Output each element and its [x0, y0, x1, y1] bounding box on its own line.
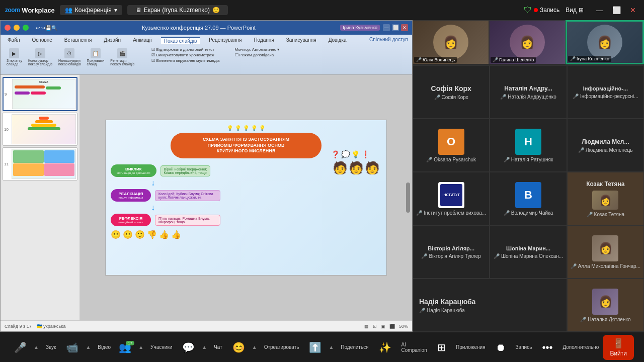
view-normal[interactable]: ▦: [364, 324, 369, 329]
slide-thumb-10[interactable]: 10: [3, 113, 77, 146]
more-button[interactable]: •••: [538, 340, 556, 355]
exit-icon: 🚪: [613, 338, 624, 349]
institute-logo-inner: ІНСТИТУТ: [440, 184, 462, 206]
ppt-minimize-dot[interactable]: [14, 25, 20, 31]
ppt-win-max[interactable]: ⬜: [392, 24, 399, 31]
slide-title-box: СХЕМА ЗАНЯТТЯ ІЗ ЗАСТОСУВАННЯМ ПРИЙОМІВ …: [171, 133, 321, 158]
btn-custom[interactable]: 📋 Приховатислайд: [85, 47, 107, 67]
slide-thumb-11[interactable]: 11: [3, 147, 77, 180]
maximize-button[interactable]: ⬜: [609, 5, 624, 15]
tab-record[interactable]: Записування: [283, 37, 319, 44]
btn-from-current[interactable]: ▷ Конструкторпоказу слайдів: [26, 47, 54, 67]
natalia-r-mic: 🎤: [504, 157, 510, 162]
exit-button[interactable]: 🚪 Вийти: [603, 335, 634, 360]
btn-hide[interactable]: 🎬 Репетиціяпоказу слайдів: [108, 47, 136, 67]
realizacia-sub: пошук інформації: [117, 196, 145, 199]
tab-animate[interactable]: Анімації: [130, 37, 155, 44]
flow-refleksia: РЕФЛЕКСІЯ емоційний аспект П'ять пальців…: [111, 214, 220, 226]
share-chevron[interactable]: ▲: [328, 343, 335, 351]
mini-shape-1: [15, 85, 45, 88]
info-name-small: 🎤 Інформаційно-ресурсні...: [573, 94, 638, 99]
audio-button[interactable]: 🎤: [10, 340, 31, 355]
apps-button[interactable]: ⊞: [433, 340, 450, 355]
ai-button[interactable]: ✨: [375, 340, 395, 355]
status-right: ▦ ⊡ ▣ ⬛ 50%: [364, 324, 408, 329]
flow-realizacia: РЕАЛІЗАЦІЯ пошук інформації Коло ідей; К…: [111, 189, 220, 202]
tab-help[interactable]: Довідка: [326, 37, 350, 44]
view-reading[interactable]: ▣: [381, 324, 385, 329]
slide-num-10: 10: [4, 127, 10, 132]
kozak-photo: 👩: [592, 191, 618, 210]
slide-title-line2: ПРИЙОМІВ ФОРМУВАННЯ ОСНОВ: [207, 143, 284, 148]
mini-shape-2: [46, 86, 61, 89]
slide-thumb-9[interactable]: 9 СХЕМА: [3, 77, 77, 111]
tab-file[interactable]: Файл: [5, 37, 23, 44]
audio-label-text: Звук: [46, 344, 56, 350]
ppt-win-close[interactable]: ✕: [401, 24, 408, 31]
react-chevron[interactable]: ▲: [251, 343, 258, 351]
arrow-2: ↓: [111, 203, 155, 212]
audio-chevron[interactable]: ▲: [33, 343, 40, 351]
chat-chevron[interactable]: ▲: [201, 343, 208, 351]
ppt-close-dot[interactable]: [5, 25, 11, 31]
tab-home[interactable]: Основне: [29, 37, 55, 44]
participants-chevron[interactable]: ▲: [137, 343, 144, 351]
participants-button[interactable]: 👥 17: [115, 340, 135, 355]
video-chevron[interactable]: ▲: [85, 343, 92, 351]
yulia-mic-icon: 🎤: [416, 57, 422, 62]
view-slide[interactable]: ⊡: [373, 324, 377, 329]
tab-insert[interactable]: Вставлення: [61, 37, 95, 44]
chat-button[interactable]: 💬: [178, 340, 199, 355]
minimize-button[interactable]: —: [593, 5, 606, 15]
nadia-name-big: Надія Карацюба: [419, 298, 475, 306]
close-button[interactable]: ✕: [627, 5, 639, 15]
arrow-1: ↓: [111, 178, 155, 188]
tab-review[interactable]: Рецензування: [206, 37, 245, 44]
mini-shapes-10: [13, 116, 74, 131]
view-label: Вид: [566, 7, 577, 14]
ppt-window: ↩ ↪💾🔍 Кузьменко конференція 27.09 — Powe…: [0, 20, 413, 332]
pyramid-bot: [31, 124, 56, 127]
iryna-avatar: 👩: [587, 25, 622, 60]
viktoriya-name-big: Вікторія Агіляр...: [428, 245, 474, 251]
bulb-4: 💡: [251, 125, 257, 131]
exit-label: Вийти: [610, 350, 627, 357]
bulb-1: 💡: [227, 125, 233, 131]
screen-share-button[interactable]: 🖥 Екран (Iryna Kuzmenko) 🙂: [127, 5, 228, 15]
oksana-avatar: O: [438, 129, 464, 155]
conference-button[interactable]: 👥 Конференція ▾: [60, 5, 122, 15]
btn-rehearse[interactable]: ⏱ Налаштуватипоказ слайдів: [56, 47, 83, 67]
nadia-mic: 🎤: [419, 308, 425, 313]
institute-name-text: Інститут проблем вихова...: [424, 210, 486, 216]
share-button[interactable]: Спільний доступ: [369, 37, 408, 44]
ppt-maximize-dot[interactable]: [23, 25, 29, 31]
tab-slideshow[interactable]: Показ слайдів: [161, 37, 200, 44]
toolbar: 🎤 ▲ Звук 📹 ▲ Відео 👥 17 ▲ Учасники 💬 ▲: [0, 332, 644, 362]
shopina-name-text: Шопіна Марина Олексан...: [501, 253, 563, 259]
view-icon: ⊞: [579, 7, 584, 14]
ppt-win-min[interactable]: —: [383, 24, 390, 31]
share-label-text: Поделиться: [341, 344, 368, 350]
record-button[interactable]: ⏺: [492, 340, 510, 355]
share-button[interactable]: ⬆️: [305, 340, 326, 355]
ppt-title: Кузьменко конференція 27.09 — PowerPoint: [60, 25, 337, 31]
tab-design[interactable]: Дизайн: [101, 37, 124, 44]
slide-panel[interactable]: 9 СХЕМА: [1, 75, 80, 320]
cb3: ☑ Елементи керування мультимедіа: [151, 58, 219, 63]
btn-label-1: З початкуслайда: [7, 59, 22, 66]
video-label-text: Відео: [98, 344, 111, 350]
natalya-mic: 🎤: [580, 317, 586, 322]
video-button[interactable]: 📹: [62, 340, 83, 355]
sofiya-name-big: Софія Корх: [431, 84, 471, 93]
slide-flow-left: ВИКЛИК мотивація до діяльності Вірні і н…: [111, 164, 220, 239]
pyramid-top: [39, 117, 49, 120]
tab-view[interactable]: Подання: [251, 37, 277, 44]
react-button[interactable]: 😊: [228, 340, 249, 355]
ai-icon: ✨: [379, 342, 391, 352]
view-slideshow[interactable]: ⬛: [389, 324, 395, 329]
ribbon-monitor: Монітор: Автоматично ▾ ☐ Режим доповідач…: [235, 47, 280, 67]
emoji-row: 😐 😐 🙂 👎 👍 👍: [111, 230, 181, 239]
scroll-indicator[interactable]: [406, 183, 410, 213]
btn-from-start[interactable]: ▶ З початкуслайда: [5, 47, 24, 67]
slide-title-line1: СХЕМА ЗАНЯТТЯ ІЗ ЗАСТОСУВАННЯМ: [203, 137, 289, 142]
